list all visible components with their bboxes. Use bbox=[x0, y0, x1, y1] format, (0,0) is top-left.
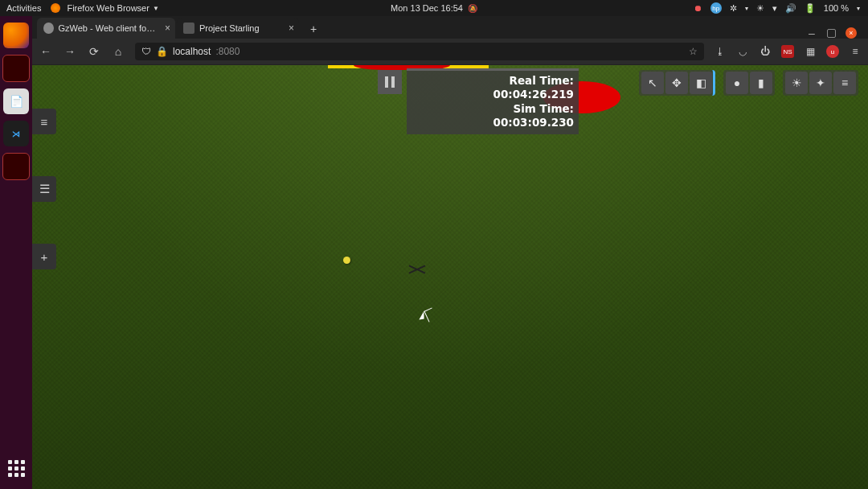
dock-firefox[interactable] bbox=[3, 23, 29, 48]
insert-sun-button[interactable]: ☀ bbox=[785, 72, 808, 94]
manipulation-toolbar: ↖ ✥ ◧ ● ▮ ☀ ✦ ≡ bbox=[639, 70, 858, 96]
ext-generic-icon[interactable]: ▦ bbox=[804, 45, 817, 58]
parallel-icon: ≡ bbox=[841, 76, 848, 89]
notification-off-icon: 🔕 bbox=[468, 4, 477, 13]
window-maximize[interactable] bbox=[827, 29, 836, 38]
tab-label: GzWeb - Web client for G… bbox=[59, 23, 156, 33]
svg-rect-0 bbox=[385, 76, 388, 88]
hp-icon: hp bbox=[710, 2, 722, 14]
activities-button[interactable]: Activities bbox=[6, 3, 41, 13]
url-bar[interactable]: 🛡 🔒 localhost:8080 ☆ bbox=[135, 43, 704, 60]
box-icon: ▮ bbox=[758, 76, 764, 89]
chevron-down-icon: ▾ bbox=[857, 5, 860, 12]
tab-strip: GzWeb - Web client for G… × Project Star… bbox=[32, 16, 868, 39]
spot-icon: ✦ bbox=[816, 76, 825, 89]
home-button[interactable]: ⌂ bbox=[111, 45, 125, 58]
clock[interactable]: Mon 13 Dec 16:54 bbox=[391, 3, 463, 13]
dock-terminal-2[interactable] bbox=[2, 153, 30, 180]
real-time-value: 00:04:26.219 bbox=[411, 88, 574, 101]
side-menu-tab[interactable]: ≡ bbox=[32, 109, 56, 134]
svg-rect-1 bbox=[391, 76, 395, 88]
screencast-icon[interactable]: ⏺ bbox=[694, 3, 702, 13]
download-icon[interactable]: ⭳ bbox=[714, 45, 727, 58]
mouse-cursor bbox=[424, 307, 436, 322]
reload-button[interactable]: ⟳ bbox=[87, 45, 101, 58]
bookmark-star-icon[interactable]: ☆ bbox=[689, 46, 698, 57]
firefox-window: GzWeb - Web client for G… × Project Star… bbox=[32, 16, 868, 489]
sun-icon: ☀ bbox=[792, 76, 802, 89]
scene-drone bbox=[408, 264, 426, 275]
dock-show-apps[interactable] bbox=[3, 455, 29, 481]
window-minimize[interactable]: – bbox=[806, 27, 817, 39]
page-icon bbox=[183, 23, 194, 34]
dock-vscode[interactable]: ⋊ bbox=[3, 121, 29, 146]
chevron-down-icon: ▼ bbox=[153, 5, 159, 12]
globe-icon bbox=[43, 23, 54, 34]
insert-light-group: ☀ ✦ ≡ bbox=[783, 70, 858, 96]
dock-files[interactable]: 📄 bbox=[3, 88, 29, 114]
pause-button[interactable] bbox=[378, 70, 402, 94]
rotate-mode-button[interactable]: ◧ bbox=[690, 72, 712, 94]
volume-icon[interactable]: 🔊 bbox=[785, 3, 796, 14]
insert-shape-group: ● ▮ bbox=[723, 70, 775, 96]
accessibility-icon[interactable]: ✲ bbox=[730, 3, 737, 14]
battery-icon[interactable]: 🔋 bbox=[805, 3, 816, 14]
brightness-icon[interactable]: ☀ bbox=[756, 3, 764, 14]
translate-mode-button[interactable]: ✥ bbox=[665, 72, 688, 94]
lock-icon: 🔒 bbox=[156, 46, 168, 57]
pocket-icon[interactable]: ◡ bbox=[736, 45, 749, 58]
manip-mode-group: ↖ ✥ ◧ bbox=[639, 70, 715, 96]
wifi-icon[interactable]: ▾ bbox=[772, 3, 777, 14]
app-menu[interactable]: Firefox Web Browser ▼ bbox=[51, 3, 158, 13]
plus-icon: + bbox=[41, 250, 48, 264]
url-port: :8080 bbox=[215, 46, 240, 57]
window-close[interactable]: × bbox=[845, 27, 857, 39]
firefox-icon bbox=[51, 3, 60, 13]
app-menu-label: Firefox Web Browser bbox=[67, 3, 149, 13]
sim-time-label: Sim Time: bbox=[411, 102, 574, 116]
new-tab-button[interactable]: + bbox=[304, 19, 323, 39]
menu-icon: ≡ bbox=[41, 115, 48, 129]
battery-text: 100 % bbox=[824, 3, 849, 13]
insert-sphere-button[interactable]: ● bbox=[726, 72, 748, 94]
ext-noscript-icon[interactable]: NS bbox=[781, 45, 794, 58]
tree-icon: ☰ bbox=[39, 182, 50, 196]
close-tab-icon[interactable]: × bbox=[289, 23, 294, 34]
real-time-label: Real Time: bbox=[411, 74, 574, 88]
sphere-icon: ● bbox=[734, 76, 740, 89]
pause-icon bbox=[385, 76, 395, 88]
rotate-icon: ◧ bbox=[696, 76, 706, 89]
shield-icon: 🛡 bbox=[141, 46, 151, 57]
url-host: localhost bbox=[173, 46, 211, 57]
side-add-tab[interactable]: + bbox=[32, 244, 56, 269]
tab-label: Project Starling bbox=[199, 23, 260, 33]
time-panel: Real Time: 00:04:26.219 Sim Time: 00:03:… bbox=[407, 68, 579, 134]
insert-spot-button[interactable]: ✦ bbox=[809, 72, 832, 94]
power-icon[interactable]: ⏻ bbox=[759, 45, 772, 58]
gazebo-viewport[interactable]: ≡ ☰ + Real Time: 00:04:26.219 Sim Time: … bbox=[32, 65, 868, 489]
back-button[interactable]: ← bbox=[39, 45, 53, 58]
gnome-top-bar: Activities Firefox Web Browser ▼ Mon 13 … bbox=[0, 0, 868, 16]
chevron-down-icon: ▾ bbox=[745, 5, 748, 12]
hamburger-menu-icon[interactable]: ≡ bbox=[849, 45, 862, 58]
select-mode-button[interactable]: ↖ bbox=[641, 72, 664, 94]
close-tab-icon[interactable]: × bbox=[165, 23, 170, 34]
tab-starling[interactable]: Project Starling × bbox=[177, 18, 299, 39]
tab-gzweb[interactable]: GzWeb - Web client for G… × bbox=[37, 18, 175, 39]
ext-ublock-icon[interactable]: u bbox=[826, 45, 839, 58]
sim-time-value: 00:03:09.230 bbox=[411, 116, 574, 129]
pointer-icon: ↖ bbox=[648, 76, 657, 89]
move-icon: ✥ bbox=[672, 76, 682, 89]
insert-box-button[interactable]: ▮ bbox=[750, 72, 772, 94]
ubuntu-dock: 📄 ⋊ bbox=[0, 16, 32, 489]
dock-terminal[interactable] bbox=[2, 55, 30, 82]
side-tree-tab[interactable]: ☰ bbox=[32, 176, 56, 202]
nav-toolbar: ← → ⟳ ⌂ 🛡 🔒 localhost:8080 ☆ ⭳ ◡ ⏻ NS ▦ … bbox=[32, 39, 868, 65]
insert-directional-button[interactable]: ≡ bbox=[833, 72, 856, 94]
scene-marker-yellow bbox=[343, 257, 350, 264]
forward-button[interactable]: → bbox=[63, 45, 77, 58]
